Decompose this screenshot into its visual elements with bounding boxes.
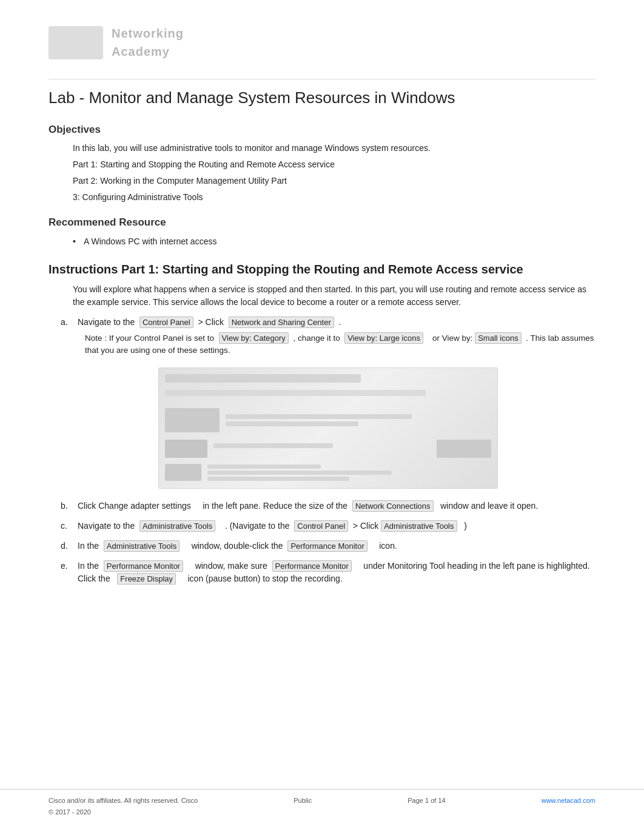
step-a: a. Navigate to the Control Panel > Click… (61, 316, 595, 489)
footer-center: Public (293, 796, 312, 806)
instructions-heading: Instructions Part 1: Starting and Stoppi… (49, 261, 595, 277)
logo-area: Networking Academy (49, 24, 595, 61)
objectives-item-3: 3: Configuring Administrative Tools (73, 191, 595, 204)
perf-monitor-highlight-3: Performance Monitor (272, 560, 352, 572)
step-a-content: Navigate to the Control Panel > Click Ne… (78, 316, 341, 329)
cisco-logo-graphic (49, 26, 103, 59)
step-e-letter: e. (61, 560, 74, 572)
step-c-letter: c. (61, 520, 74, 532)
logo-text-area: Networking Academy (112, 24, 184, 61)
control-panel-highlight-1: Control Panel (139, 317, 193, 328)
footer-classification: Public (293, 797, 312, 804)
view-small-highlight: Small icons (475, 332, 521, 344)
page: Networking Academy Lab - Monitor and Man… (0, 0, 644, 835)
step-d-content: In the Administrative Tools window, doub… (78, 540, 397, 552)
freeze-display-highlight: Freeze Display (117, 573, 176, 585)
step-c-content: Navigate to the Administrative Tools . (… (78, 520, 467, 532)
objectives-section: Objectives In this lab, you will use adm… (49, 122, 595, 204)
footer-website[interactable]: www.netacad.com (542, 796, 595, 806)
footer-left: Cisco and/or its affiliates. All rights … (49, 796, 198, 817)
instructions-section: Instructions Part 1: Starting and Stoppi… (49, 261, 595, 586)
top-divider (49, 79, 595, 79)
footer-cisco-copyright: Cisco and/or its affiliates. All rights … (49, 796, 198, 806)
step-e: e. In the Performance Monitor window, ma… (61, 560, 595, 585)
screenshot-control-panel (158, 367, 498, 489)
recommended-section: Recommened Resource A Windows PC with in… (49, 215, 595, 248)
view-large-highlight: View by: Large icons (344, 332, 423, 344)
step-b-letter: b. (61, 500, 74, 512)
network-sharing-highlight: Network and Sharing Center (229, 317, 334, 328)
step-c: c. Navigate to the Administrative Tools … (61, 520, 595, 532)
page-title: Lab - Monitor and Manage System Resource… (49, 88, 595, 109)
perf-monitor-highlight-1: Performance Monitor (287, 540, 367, 552)
step-e-content: In the Performance Monitor window, make … (78, 560, 595, 585)
footer-website-text: www.netacad.com (542, 797, 595, 804)
admin-tools-highlight-2: Administrative Tools (381, 520, 457, 532)
admin-tools-highlight-3: Administrative Tools (104, 540, 179, 552)
objectives-intro: In this lab, you will use administrative… (73, 142, 595, 155)
instructions-intro: You will explore what happens when a ser… (73, 283, 595, 309)
screenshot-inner (159, 368, 497, 488)
control-panel-highlight-2: Control Panel (294, 520, 348, 532)
objectives-item-2: Part 2: Working in the Computer Manageme… (73, 175, 595, 187)
objectives-heading: Objectives (49, 122, 595, 138)
admin-tools-highlight-1: Administrative Tools (139, 520, 215, 532)
recommended-heading: Recommened Resource (49, 215, 595, 230)
footer-year: © 2017 - 2020 (49, 807, 198, 817)
step-a-note: Note : If your Control Panel is set to V… (85, 332, 595, 357)
logo-line2: Academy (112, 42, 184, 61)
recommended-item-1: A Windows PC with internet access (73, 235, 595, 248)
step-d-letter: d. (61, 540, 74, 552)
page-footer: Cisco and/or its affiliates. All rights … (0, 789, 644, 817)
recommended-list: A Windows PC with internet access (73, 235, 595, 248)
perf-monitor-highlight-2: Performance Monitor (104, 560, 183, 572)
step-d: d. In the Administrative Tools window, d… (61, 540, 595, 552)
logo-line1: Networking (112, 24, 184, 42)
network-connections-highlight: Network Connections (352, 500, 434, 512)
view-category-highlight: View by: Category (219, 332, 289, 344)
footer-page-info: Page 1 of 14 (408, 796, 445, 806)
step-a-letter: a. (61, 316, 74, 329)
objectives-item-1: Part 1: Starting and Stopping the Routin… (73, 158, 595, 171)
footer-page: Page 1 of 14 (408, 797, 445, 804)
step-b-content: Click Change adapter settings in the lef… (78, 500, 538, 512)
step-b: b. Click Change adapter settings in the … (61, 500, 595, 512)
